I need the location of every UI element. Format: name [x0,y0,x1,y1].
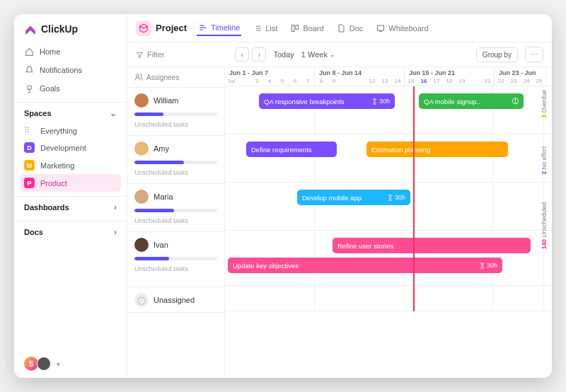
tab-whiteboard[interactable]: Whiteboard [374,21,429,35]
tab-timeline-label: Timeline [211,23,240,32]
prev-button[interactable]: ‹ [235,47,249,62]
tab-timeline[interactable]: Timeline [197,20,241,36]
task-bar[interactable]: Refine user stories [333,238,531,253]
task-label: Estimation planning [371,146,430,154]
avatar[interactable] [134,93,149,108]
sidebar-item-product[interactable]: PProduct [20,174,121,192]
nav-goals[interactable]: Goals [14,79,127,98]
avatar[interactable] [134,238,149,252]
assignees-header[interactable]: Assignees [127,67,224,88]
progress-bar [134,113,217,116]
task-bar[interactable]: Update key objectives30h [228,258,502,273]
task-bar[interactable]: QA responsive breakpoints30h [259,93,395,109]
overdue-count: 3 [541,115,548,118]
app-name: ClickUp [41,23,78,35]
info-icon: ⓘ [512,97,519,106]
assignees-label: Assignees [146,74,179,81]
progress-bar [134,209,217,212]
timeline-row: Define requirementsEstimation planning [225,134,552,183]
assignee-name: Unassigned [154,296,195,304]
task-bar[interactable]: QA mobile signup..ⓘ [419,93,524,109]
footer-more[interactable]: ▾ [57,360,60,368]
task-label: QA mobile signup.. [424,98,480,105]
day-cell: 23 [507,78,520,86]
tab-list-label: List [265,24,277,33]
filter-button[interactable]: Filter [136,50,164,59]
timeline-row: Develop mobile app30h [225,183,552,231]
range-selector[interactable]: 1 Week ⌄ [301,50,335,59]
timeline-row: Refine user storiesUpdate key objectives… [225,231,552,286]
docs-section-header[interactable]: Docs › [14,221,127,241]
assignee-row: WilliamUnscheduled tasks [127,88,224,136]
nav-goals-label: Goals [40,84,60,93]
unscheduled-tasks-label[interactable]: Unscheduled tasks [134,121,217,128]
unscheduled-count: 140 [541,239,548,249]
day-cell: 7 [301,78,314,86]
chevron-down-icon: ⌄ [110,108,117,118]
today-button[interactable]: Today [273,50,294,59]
svg-rect-0 [291,25,294,31]
topbar: Project Timeline List Board Doc Whiteboa… [127,14,552,42]
tab-list[interactable]: List [251,21,279,35]
current-user-avatar[interactable]: S [24,357,38,371]
tab-board[interactable]: Board [289,21,325,35]
nav-home[interactable]: Home [14,42,127,61]
next-button[interactable]: › [252,47,266,62]
task-label: QA responsive breakpoints [264,98,345,105]
assignee-row: ◯Unassigned [127,287,224,313]
chevron-right-icon: › [114,202,117,212]
day-cell: 9 [328,78,340,86]
unscheduled-tasks-label[interactable]: Unscheduled tasks [134,265,217,272]
task-bar[interactable]: Develop mobile app30h [297,190,410,205]
day-cell: 1st [225,78,238,86]
day-cell: 21 [481,78,494,86]
day-cell: 18 [443,78,456,86]
unscheduled-tasks-label[interactable]: Unscheduled tasks [134,169,217,176]
bell-icon [24,65,34,75]
people-icon [134,73,143,81]
sidebar-item-development[interactable]: DDevelopment [14,139,127,156]
group-by-button[interactable]: Group by [476,47,518,62]
app-logo[interactable]: ClickUp [14,14,127,42]
side-tab-unscheduled[interactable]: 140 Unscheduled [541,202,552,249]
filter-icon [136,51,144,59]
chevron-right-icon: › [114,227,117,237]
avatar[interactable] [134,142,149,156]
sidebar-item-everything[interactable]: ⠿Everything [14,122,127,139]
spaces-label: Spaces [24,109,52,117]
assignee-name: Amy [154,144,169,153]
trophy-icon [24,83,34,93]
side-tab-no-effort[interactable]: 2 No effort [541,146,552,175]
user-avatar[interactable] [37,357,51,371]
nav-home-label: Home [40,47,60,56]
task-hours: 30h [371,98,390,105]
avatar[interactable] [134,190,149,204]
spaces-section-header[interactable]: Spaces ⌄ [14,102,127,122]
assignee-row: AmyUnscheduled tasks [127,136,224,184]
svg-rect-2 [377,25,383,30]
dashboards-section-header[interactable]: Dashboards › [14,196,127,217]
task-label: Refine user stories [337,242,393,250]
task-bar[interactable]: Define requirements [246,142,337,157]
project-chip[interactable]: Project [136,21,187,36]
sidebar-item-marketing[interactable]: MMarketing [14,156,127,174]
task-bar[interactable]: Estimation planning [366,142,508,157]
tab-doc[interactable]: Doc [335,21,365,35]
week-label: Jun 8 - Jun 14 [315,67,404,78]
week-label: Jun 23 - Jun [495,67,545,78]
nav-notifications[interactable]: Notifications [14,61,127,79]
day-cell: 16 [417,78,430,86]
side-tab-overdue[interactable]: 3 Overdue [541,90,552,118]
timeline-row: QA responsive breakpoints30hQA mobile si… [225,86,552,134]
no-effort-count: 2 [541,171,548,175]
week-label: Jun 1 - Jun 7 [225,67,314,78]
day-cell: 17 [430,78,443,86]
doc-icon [337,23,346,33]
range-label: 1 Week [301,50,328,59]
space-badge: P [24,178,35,188]
more-button[interactable]: ⋯ [525,47,543,62]
day-cell: 12 [366,78,379,86]
tab-board-label: Board [303,24,323,33]
unscheduled-tasks-label[interactable]: Unscheduled tasks [134,217,217,224]
grid-icon: ⠿ [24,126,35,135]
